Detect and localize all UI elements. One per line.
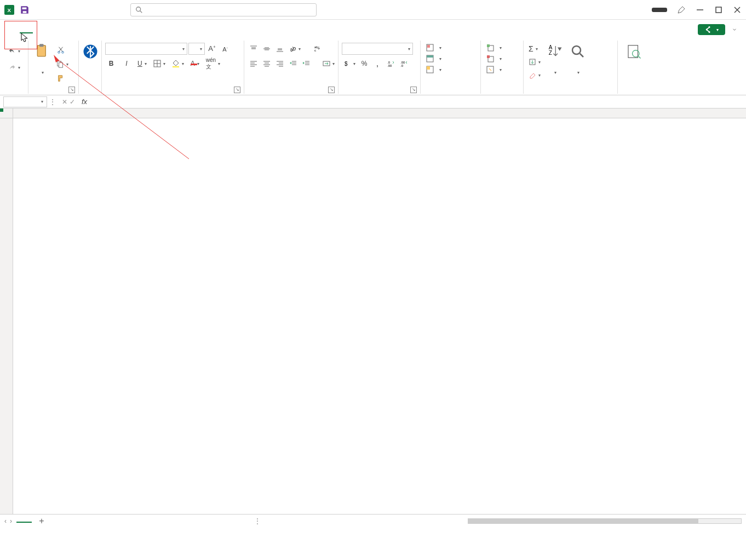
align-center-button[interactable]	[261, 58, 273, 70]
fx-icon[interactable]: fx	[82, 98, 87, 106]
insert-cells-button[interactable]: ▾	[484, 43, 523, 53]
bluetooth-send-button[interactable]	[80, 42, 101, 63]
italic-button[interactable]: I	[120, 58, 133, 70]
align-top-button[interactable]	[248, 43, 260, 55]
share-button[interactable]: ▾	[698, 24, 725, 35]
number-launcher[interactable]: ↘	[410, 87, 417, 93]
font-color-button[interactable]: A▾	[189, 58, 201, 70]
invoice-check-button[interactable]	[623, 42, 644, 63]
copy-button[interactable]: ▾	[55, 58, 70, 70]
active-cell[interactable]	[0, 108, 2, 111]
merge-button[interactable]: ▾	[321, 58, 336, 70]
percent-button[interactable]: %	[358, 58, 370, 70]
fill-color-button[interactable]: ▾	[170, 58, 186, 70]
tab-insert[interactable]	[50, 26, 64, 33]
save-icon[interactable]	[20, 5, 30, 15]
clipboard-launcher[interactable]: ↘	[68, 87, 75, 93]
tab-file[interactable]	[4, 26, 18, 33]
border-button[interactable]: ▾	[152, 58, 167, 70]
formula-input[interactable]	[89, 96, 743, 107]
decrease-font-button[interactable]: A-	[219, 43, 231, 55]
sheet-next-icon[interactable]: ›	[10, 517, 12, 525]
align-left-button[interactable]	[248, 58, 260, 70]
cut-button[interactable]	[55, 44, 67, 56]
tab-layout[interactable]	[81, 26, 94, 33]
login-button[interactable]	[652, 8, 667, 12]
svg-rect-61	[427, 66, 430, 70]
format-painter-button[interactable]	[55, 72, 67, 84]
tab-home[interactable]	[20, 26, 33, 33]
tab-pdf[interactable]	[173, 26, 186, 33]
sheet-nav: ‹ ›	[4, 517, 12, 525]
cell-style-button[interactable]: ▾	[424, 65, 471, 75]
align-middle-button[interactable]	[261, 43, 273, 55]
sheet-prev-icon[interactable]: ‹	[4, 517, 7, 525]
find-select-button[interactable]: ▾	[567, 42, 588, 77]
conditional-format-button[interactable]: ▾	[424, 43, 471, 53]
sheet-tab-1[interactable]	[16, 519, 32, 523]
spreadsheet-grid	[0, 108, 746, 514]
increase-font-button[interactable]: A+	[206, 43, 218, 55]
comma-button[interactable]: ,	[371, 58, 383, 70]
bold-button[interactable]: B	[105, 58, 117, 70]
minimize-icon[interactable]	[696, 5, 704, 14]
name-box[interactable]: ▾	[3, 96, 47, 107]
redo-button[interactable]: ▾	[7, 61, 22, 73]
tab-help[interactable]	[158, 26, 171, 33]
increase-decimal-button[interactable]: .0.00	[385, 58, 397, 70]
add-sheet-button[interactable]: +	[36, 516, 47, 527]
horizontal-scrollbar[interactable]	[468, 518, 742, 524]
svg-rect-8	[37, 45, 45, 56]
increase-indent-button[interactable]	[300, 58, 312, 70]
svg-line-71	[580, 54, 583, 57]
sort-filter-button[interactable]: AZ ▾	[544, 42, 565, 77]
tab-view[interactable]	[142, 26, 156, 33]
clear-button[interactable]: ▾	[527, 69, 542, 81]
font-name-combo[interactable]: ▾	[105, 43, 187, 55]
orientation-button[interactable]: ab▾	[287, 43, 302, 55]
table-format-button[interactable]: ▾	[424, 54, 471, 64]
font-size-combo[interactable]: ▾	[188, 43, 205, 55]
font-launcher[interactable]: ↘	[234, 87, 240, 93]
decrease-indent-button[interactable]	[287, 58, 299, 70]
svg-rect-18	[173, 66, 179, 67]
tab-data[interactable]	[112, 26, 125, 33]
ribbon: ▾ ▾ ▾ ▾ ↘	[0, 39, 746, 95]
align-bottom-button[interactable]	[274, 43, 286, 55]
svg-rect-63	[487, 44, 490, 47]
svg-point-2	[136, 7, 141, 11]
autosum-button[interactable]: Σ▾	[527, 43, 542, 55]
group-clipboard: ▾ ▾ ↘	[28, 41, 79, 94]
paste-button[interactable]: ▾	[32, 42, 53, 77]
wrap-text-button[interactable]: abc	[311, 43, 323, 55]
phonetic-button[interactable]: wén文▾	[204, 58, 222, 70]
close-icon[interactable]	[733, 5, 742, 14]
pen-icon[interactable]	[677, 5, 686, 14]
number-format-combo[interactable]: ▾	[342, 43, 413, 55]
decrease-decimal-button[interactable]: .00.0	[398, 58, 410, 70]
enter-icon[interactable]: ✓	[70, 98, 75, 106]
tab-review[interactable]	[127, 26, 140, 33]
svg-text:ab: ab	[289, 45, 296, 53]
format-cells-button[interactable]: ▾	[484, 65, 523, 75]
ribbon-expand-icon[interactable]	[732, 27, 737, 32]
search-box[interactable]	[130, 3, 317, 16]
currency-button[interactable]: $▾	[342, 58, 357, 70]
align-right-button[interactable]	[274, 58, 286, 70]
tab-draw[interactable]	[66, 26, 79, 33]
undo-button[interactable]: ▾	[7, 45, 22, 57]
fill-button[interactable]: ▾	[527, 56, 542, 68]
cancel-icon[interactable]: ✕	[62, 98, 67, 106]
tab-template[interactable]	[35, 26, 48, 33]
group-alignment: ab▾ abc ▾ ↘	[244, 41, 338, 94]
group-editing-label	[527, 93, 614, 94]
underline-button[interactable]: U▾	[136, 58, 148, 70]
svg-rect-13	[59, 62, 62, 67]
sheet-bar-handle[interactable]: ⋮	[254, 517, 261, 525]
maximize-icon[interactable]	[714, 5, 723, 14]
cells-area[interactable]	[13, 118, 746, 514]
tab-formulas[interactable]	[96, 26, 110, 33]
align-launcher[interactable]: ↘	[328, 87, 335, 93]
formula-bar-handle[interactable]: ⋮	[49, 98, 56, 106]
delete-cells-button[interactable]: ▾	[484, 54, 523, 64]
